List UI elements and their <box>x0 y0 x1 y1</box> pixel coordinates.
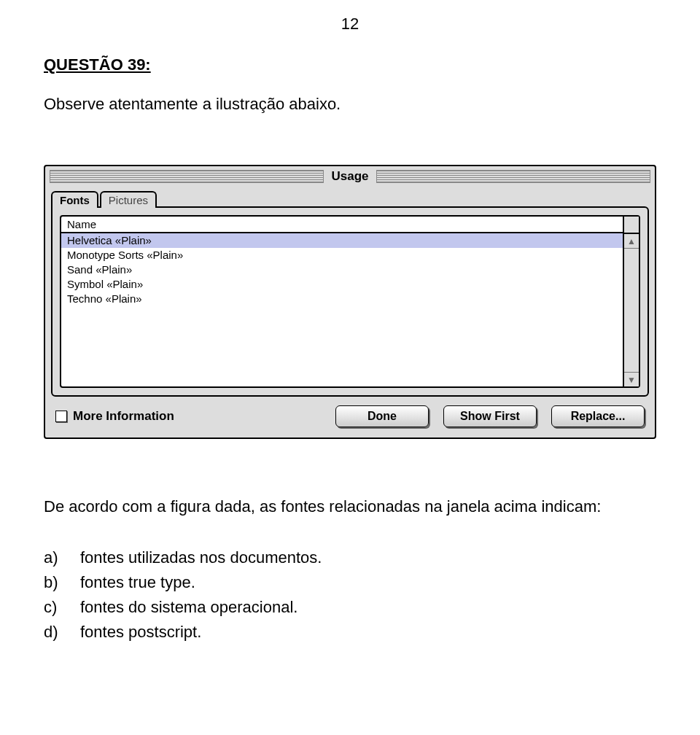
option-a: a) fontes utilizadas nos documentos. <box>44 545 656 570</box>
question-intro: Observe atentamente a ilustração abaixo. <box>44 95 656 114</box>
tab-panel-fonts: Name Helvetica «Plain» Monotype Sorts «P… <box>51 206 649 397</box>
scrollbar-header-spacer <box>624 217 639 234</box>
tab-fonts[interactable]: Fonts <box>51 191 98 208</box>
list-item[interactable]: Sand «Plain» <box>61 262 623 277</box>
option-letter: c) <box>44 595 80 620</box>
button-group: Done Show First Replace... <box>335 405 645 427</box>
option-text: fontes postscript. <box>80 620 201 645</box>
list-item[interactable]: Symbol «Plain» <box>61 277 623 292</box>
dialog-body: Fonts Pictures Name Helvetica «Plain» Mo… <box>47 185 653 436</box>
font-list-column: Name Helvetica «Plain» Monotype Sorts «P… <box>61 217 623 386</box>
action-row: More Information Done Show First Replace… <box>51 397 649 432</box>
option-letter: d) <box>44 620 80 645</box>
option-letter: a) <box>44 545 80 570</box>
tab-pictures[interactable]: Pictures <box>100 191 157 208</box>
scroll-track[interactable] <box>624 249 639 372</box>
option-text: fontes do sistema operacional. <box>80 595 298 620</box>
answer-options: a) fontes utilizadas nos documentos. b) … <box>44 545 656 645</box>
titlebar-stripes-right <box>376 170 650 183</box>
page-number: 12 <box>44 15 656 34</box>
more-information-label: More Information <box>73 409 174 424</box>
question-prompt: De acordo com a figura dada, as fontes r… <box>44 497 656 516</box>
scroll-up-icon[interactable]: ▲ <box>624 234 639 249</box>
font-list-body[interactable]: Helvetica «Plain» Monotype Sorts «Plain»… <box>61 233 623 386</box>
tabs: Fonts Pictures <box>51 190 649 206</box>
titlebar-stripes-left <box>50 170 324 183</box>
scroll-down-icon[interactable]: ▼ <box>624 372 639 386</box>
list-item[interactable]: Helvetica «Plain» <box>61 233 623 248</box>
page: 12 QUESTÃO 39: Observe atentamente a ilu… <box>0 0 700 645</box>
dialog-title: Usage <box>324 169 376 184</box>
dialog-titlebar: Usage <box>47 168 653 185</box>
option-c: c) fontes do sistema operacional. <box>44 595 656 620</box>
list-item[interactable]: Monotype Sorts «Plain» <box>61 248 623 262</box>
list-header-name: Name <box>61 217 623 233</box>
done-button[interactable]: Done <box>335 405 429 427</box>
more-information-checkbox[interactable]: More Information <box>55 409 174 424</box>
option-d: d) fontes postscript. <box>44 620 656 645</box>
scrollbar: ▲ ▼ <box>623 217 639 386</box>
usage-dialog: Usage Fonts Pictures Name Helvetica «Pla… <box>44 165 656 439</box>
option-letter: b) <box>44 570 80 595</box>
font-list: Name Helvetica «Plain» Monotype Sorts «P… <box>60 215 640 388</box>
show-first-button[interactable]: Show First <box>443 405 537 427</box>
option-b: b) fontes true type. <box>44 570 656 595</box>
option-text: fontes utilizadas nos documentos. <box>80 545 322 570</box>
option-text: fontes true type. <box>80 570 195 595</box>
list-item[interactable]: Techno «Plain» <box>61 292 623 306</box>
question-heading: QUESTÃO 39: <box>44 55 656 74</box>
checkbox-box-icon[interactable] <box>55 411 67 422</box>
replace-button[interactable]: Replace... <box>551 405 645 427</box>
